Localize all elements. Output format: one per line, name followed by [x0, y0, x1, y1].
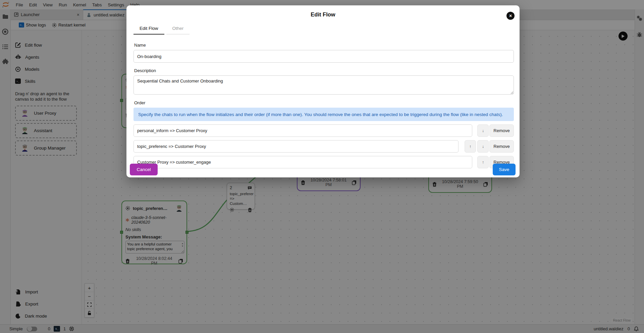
modal-tab-other[interactable]: Other — [166, 23, 190, 35]
modal-title: Edit Flow — [126, 5, 520, 18]
remove-button[interactable]: Remove — [489, 140, 514, 153]
move-down-button[interactable]: ↓ — [477, 140, 489, 153]
modal-tab-edit-flow[interactable]: Edit Flow — [133, 23, 164, 35]
remove-button[interactable]: Remove — [489, 124, 514, 137]
order-row-1: ↓ Remove — [133, 124, 514, 137]
screen: File Edit View Run Kernel Tabs Settings … — [0, 0, 644, 333]
move-up-button[interactable]: ↑ — [465, 140, 476, 153]
edit-flow-modal: Edit Flow × Edit Flow Other Name Descrip… — [126, 5, 520, 177]
save-button[interactable]: Save — [493, 164, 516, 175]
order-info-text: Specify the chats to run when the flow i… — [138, 112, 503, 117]
flow-name-input[interactable] — [133, 50, 514, 63]
description-label: Description — [134, 68, 514, 73]
order-label: Order — [134, 100, 514, 105]
modal-tabs: Edit Flow Other — [133, 23, 520, 35]
modal-close-button[interactable]: × — [506, 12, 515, 20]
order-item-input[interactable] — [133, 140, 459, 153]
flow-description-textarea[interactable]: Sequential Chats and Customer Onboarding — [133, 75, 514, 95]
order-info-box: Specify the chats to run when the flow i… — [133, 108, 514, 121]
close-icon: × — [509, 13, 512, 18]
move-down-button[interactable]: ↓ — [477, 124, 489, 137]
cancel-button[interactable]: Cancel — [130, 164, 158, 175]
name-label: Name — [134, 43, 514, 48]
modal-footer: Cancel Save — [130, 164, 516, 175]
order-row-2: ↑ ↓ Remove — [133, 140, 514, 153]
modal-body: Name Description Sequential Chats and Cu… — [126, 35, 520, 168]
order-item-input[interactable] — [133, 124, 472, 137]
